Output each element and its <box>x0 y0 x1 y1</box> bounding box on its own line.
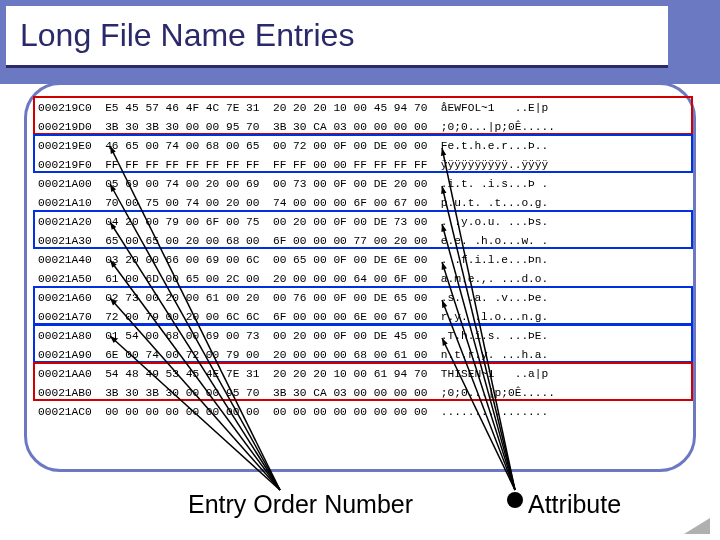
hex-row: 000219F0 FF FF FF FF FF FF FF FF FF FF 0… <box>38 156 688 175</box>
corner-mark <box>684 518 710 534</box>
hex-row: 00021AA0 54 48 49 53 45 4E 7E 31 20 20 2… <box>38 365 688 384</box>
hex-dump: 000219C0 E5 45 57 46 4F 4C 7E 31 20 20 2… <box>38 99 688 422</box>
hex-row: 000219C0 E5 45 57 46 4F 4C 7E 31 20 20 2… <box>38 99 688 118</box>
hex-row: 00021A70 72 00 79 00 20 00 6C 6C 6F 00 0… <box>38 308 688 327</box>
hex-row: 00021A40 03 20 00 66 00 69 00 6C 00 65 0… <box>38 251 688 270</box>
hex-row: 00021A60 02 73 00 20 00 61 00 20 00 76 0… <box>38 289 688 308</box>
title-band: Long File Name Entries <box>6 6 668 68</box>
hex-row: 000219E0 46 65 00 74 00 68 00 65 00 72 0… <box>38 137 688 156</box>
hex-row: 00021A80 01 54 00 68 00 69 00 73 00 20 0… <box>38 327 688 346</box>
hex-row: 00021A00 05 69 00 74 00 20 00 69 00 73 0… <box>38 175 688 194</box>
hex-row: 00021A20 04 20 00 79 00 6F 00 75 00 20 0… <box>38 213 688 232</box>
label-attribute: Attribute <box>528 490 621 519</box>
hex-row: 00021A10 70 00 75 00 74 00 20 00 74 00 0… <box>38 194 688 213</box>
hex-row: 00021A50 61 00 6D 00 65 00 2C 00 20 00 0… <box>38 270 688 289</box>
page-title: Long File Name Entries <box>20 17 354 54</box>
hex-panel: 000219C0 E5 45 57 46 4F 4C 7E 31 20 20 2… <box>24 82 696 472</box>
hex-row: 000219D0 3B 30 3B 30 00 00 95 70 3B 30 C… <box>38 118 688 137</box>
hex-row: 00021A30 65 00 65 00 20 00 68 00 6F 00 0… <box>38 232 688 251</box>
hex-row: 00021A90 6E 00 74 00 72 00 79 00 20 00 0… <box>38 346 688 365</box>
hex-row: 00021AB0 3B 30 3B 30 00 00 95 70 3B 30 C… <box>38 384 688 403</box>
label-entry-order: Entry Order Number <box>188 490 413 519</box>
hex-row: 00021AC0 00 00 00 00 00 00 00 00 00 00 0… <box>38 403 688 422</box>
svg-point-24 <box>507 492 523 508</box>
